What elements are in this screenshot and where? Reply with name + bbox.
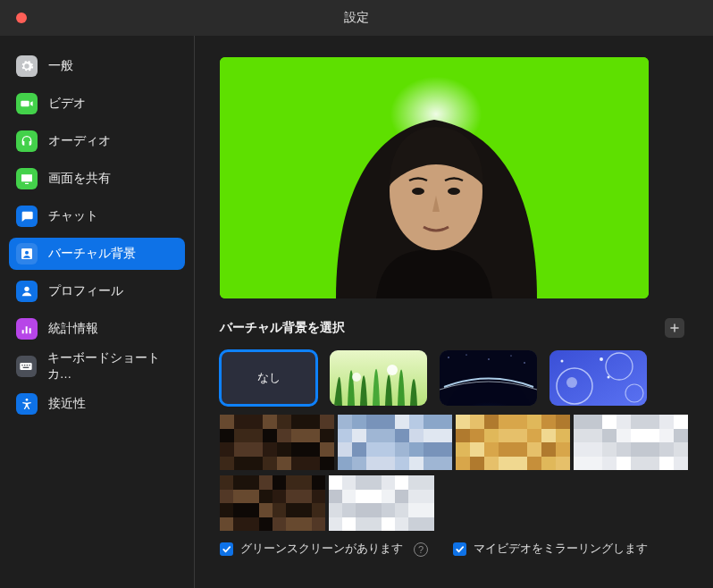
- section-title: バーチャル背景を選択: [220, 320, 345, 336]
- background-tile-none[interactable]: なし: [220, 350, 317, 406]
- section-header: バーチャル背景を選択: [220, 318, 688, 338]
- svg-point-32: [561, 360, 564, 363]
- svg-rect-8: [23, 367, 29, 368]
- svg-point-13: [412, 188, 424, 195]
- background-tile-earth[interactable]: [440, 350, 537, 406]
- svg-rect-6: [27, 365, 28, 365]
- sidebar-item-virtual-background[interactable]: バーチャル背景: [9, 238, 185, 270]
- background-tile-grass[interactable]: [330, 350, 427, 406]
- stats-icon: [16, 318, 38, 340]
- background-none-label: なし: [257, 370, 281, 386]
- accessibility-icon: [16, 393, 38, 415]
- add-background-button[interactable]: [665, 318, 684, 338]
- headphones-icon: [16, 130, 38, 152]
- sidebar-item-audio[interactable]: オーディオ: [9, 125, 185, 157]
- svg-point-27: [566, 377, 577, 388]
- svg-point-22: [510, 355, 511, 356]
- options-row: グリーンスクリーンがあります ? マイビデオをミラーリングします: [220, 542, 688, 557]
- checkmark-icon: [453, 542, 466, 556]
- background-row-pixelated-2: [220, 475, 688, 531]
- svg-rect-3: [21, 363, 32, 370]
- portrait-icon: [16, 243, 38, 265]
- sidebar-item-label: 接近性: [48, 396, 86, 412]
- background-tile-pixelated[interactable]: [574, 415, 688, 470]
- user-icon: [16, 281, 38, 302]
- background-tile-bubbles[interactable]: [549, 350, 647, 406]
- svg-rect-4: [22, 365, 23, 365]
- sidebar-item-label: 一般: [48, 58, 73, 74]
- svg-point-2: [24, 287, 29, 291]
- svg-point-9: [26, 399, 29, 401]
- svg-rect-5: [24, 365, 25, 365]
- sidebar-item-label: キーボードショートカ…: [47, 350, 178, 382]
- chat-icon: [16, 206, 38, 227]
- video-preview: [220, 57, 649, 298]
- sidebar-item-label: ビデオ: [48, 96, 86, 112]
- svg-point-1: [25, 251, 29, 255]
- checkbox-label: グリーンスクリーンがあります: [240, 542, 403, 557]
- background-tile-pixelated[interactable]: [220, 475, 325, 531]
- svg-point-16: [387, 365, 398, 375]
- window-title: 設定: [0, 10, 713, 26]
- svg-point-23: [524, 362, 524, 363]
- svg-point-19: [448, 357, 449, 357]
- checkbox-green-screen[interactable]: グリーンスクリーンがあります ?: [220, 542, 428, 557]
- svg-point-31: [608, 376, 610, 379]
- sidebar-item-profile[interactable]: プロフィール: [9, 275, 185, 307]
- gear-icon: [16, 55, 38, 77]
- svg-rect-25: [549, 350, 647, 406]
- sidebar-item-chat[interactable]: チャット: [9, 200, 185, 232]
- sidebar: 一般 ビデオ オーディオ 画面を共有 チャット: [0, 36, 195, 588]
- sidebar-item-general[interactable]: 一般: [9, 50, 185, 82]
- sidebar-item-accessibility[interactable]: 接近性: [9, 388, 185, 420]
- main-pane: バーチャル背景を選択 なし: [195, 36, 713, 588]
- video-icon: [16, 93, 38, 114]
- titlebar: 設定: [0, 0, 713, 36]
- checkmark-icon: [220, 542, 233, 556]
- share-screen-icon: [16, 168, 38, 189]
- sidebar-item-keyboard-shortcuts[interactable]: キーボードショートカ…: [9, 350, 185, 382]
- sidebar-item-video[interactable]: ビデオ: [9, 88, 185, 120]
- background-grid: なし: [220, 350, 688, 406]
- sidebar-item-label: 画面を共有: [48, 171, 111, 187]
- background-row-pixelated-1: [220, 415, 688, 470]
- sidebar-item-label: オーディオ: [48, 133, 111, 149]
- close-icon[interactable]: [16, 13, 27, 23]
- help-icon[interactable]: ?: [414, 542, 428, 557]
- sidebar-item-label: チャット: [48, 208, 98, 224]
- svg-point-20: [466, 354, 466, 355]
- sidebar-item-statistics[interactable]: 統計情報: [9, 313, 185, 345]
- svg-point-17: [352, 373, 361, 382]
- background-tile-pixelated[interactable]: [338, 415, 452, 470]
- svg-point-30: [600, 357, 603, 361]
- content: 一般 ビデオ オーディオ 画面を共有 チャット: [0, 36, 713, 588]
- sidebar-item-label: プロフィール: [48, 283, 123, 299]
- svg-point-14: [448, 188, 460, 195]
- checkbox-label: マイビデオをミラーリングします: [474, 542, 648, 557]
- background-tile-pixelated[interactable]: [220, 415, 334, 470]
- background-tile-pixelated[interactable]: [329, 475, 434, 531]
- keyboard-icon: [16, 356, 37, 377]
- sidebar-item-label: 統計情報: [48, 321, 98, 337]
- checkbox-mirror-video[interactable]: マイビデオをミラーリングします: [453, 542, 648, 557]
- svg-point-21: [488, 358, 489, 359]
- svg-rect-7: [29, 365, 30, 365]
- sidebar-item-label: バーチャル背景: [48, 246, 136, 262]
- background-tile-pixelated[interactable]: [456, 415, 570, 470]
- sidebar-item-share-screen[interactable]: 画面を共有: [9, 163, 185, 195]
